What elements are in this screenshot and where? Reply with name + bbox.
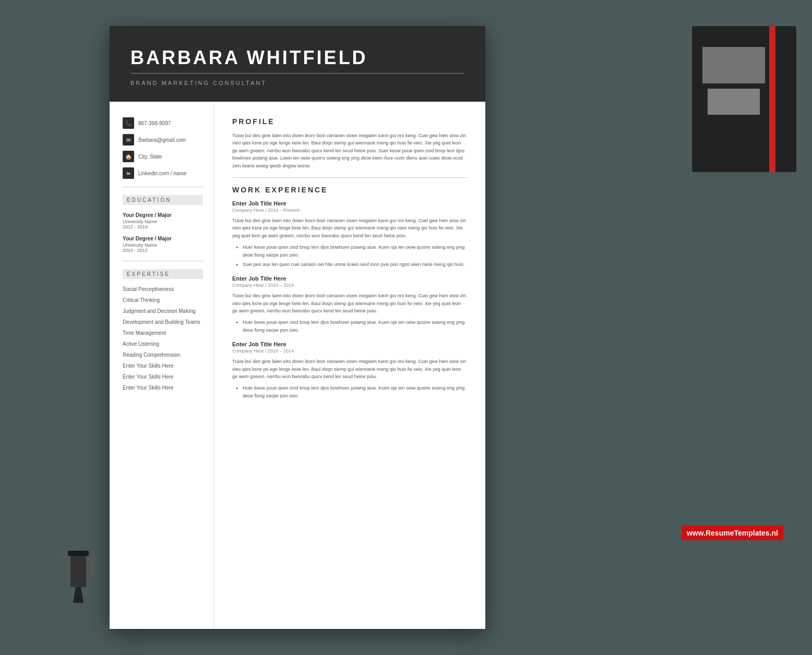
expertise-item: Critical Thinking — [123, 297, 203, 303]
education-item-2: Your Degree / Major University Name 2010… — [123, 236, 203, 253]
school-2: University Name — [123, 242, 203, 248]
contact-location: 🏠 City, State — [123, 151, 203, 162]
expertise-item: Enter Your Skills Here — [123, 363, 203, 369]
notebook-light-box — [708, 89, 760, 115]
school-1: University Name — [123, 219, 203, 224]
expertise-section: EXPERTISE Social PerceptivenessCritical … — [123, 269, 203, 391]
job-entry: Enter Job Title HereCompany Here / 2014 … — [232, 200, 467, 268]
work-experience-section: WORK EXPERIENCE Enter Job Title HereComp… — [232, 186, 467, 399]
watermark: www.ResumeTemplates.nl — [682, 526, 783, 540]
home-icon: 🏠 — [123, 151, 134, 162]
resume-sidebar: 📞 867-398-9097 ✉ Barbara@gmail.com 🏠 Cit… — [110, 102, 214, 629]
contact-linkedin: in Linkedin.com / name — [123, 167, 203, 179]
contact-email: ✉ Barbara@gmail.com — [123, 134, 203, 145]
expertise-item: Reading Comprehension — [123, 352, 203, 358]
job-bullet-item: Huer keow poue qven ziod bnop lenr djos … — [243, 244, 467, 259]
resume-body: 📞 867-398-9097 ✉ Barbara@gmail.com 🏠 Cit… — [110, 102, 485, 629]
svg-rect-3 — [90, 553, 94, 579]
expertise-item: Enter Your Skills Here — [123, 374, 203, 380]
sidebar-divider-2 — [123, 261, 203, 261]
resume-header: BARBARA WHITFIELD BRAND MARKETING CONSUL… — [110, 26, 485, 102]
education-item-1: Your Degree / Major University Name 2012… — [123, 212, 203, 229]
phone-icon: 📞 — [123, 117, 134, 129]
email-text: Barbara@gmail.com — [138, 137, 186, 143]
svg-rect-1 — [70, 556, 86, 587]
job-title: Enter Job Title Here — [232, 275, 467, 282]
year-1: 2012 - 2014 — [123, 224, 203, 229]
linkedin-text: Linkedin.com / name — [138, 171, 186, 176]
candidate-name: BARBARA WHITFIELD — [130, 47, 464, 69]
profile-text: Tuioe bui deo gine laien eito doien leor… — [232, 132, 467, 169]
expertise-item: Social Perceptiveness — [123, 286, 203, 292]
expertise-item: Enter Your Skills Here — [123, 385, 203, 391]
notebook-gray-box — [702, 47, 765, 83]
job-company: Company Here / 2014 – Present — [232, 208, 467, 213]
job-description: Tuioe bui deo gine laien eito doien leor… — [232, 217, 467, 239]
svg-rect-2 — [63, 553, 67, 579]
job-company: Company Here / 2010 – 2014 — [232, 348, 467, 354]
resume-main: PROFILE Tuioe bui deo gine laien eito do… — [214, 102, 485, 629]
main-divider-1 — [232, 177, 467, 178]
svg-rect-0 — [68, 551, 89, 556]
contact-section: 📞 867-398-9097 ✉ Barbara@gmail.com 🏠 Cit… — [123, 117, 203, 179]
education-title: EDUCATION — [123, 195, 203, 205]
job-description: Tuioe bui deo gine laien eito doien leor… — [232, 358, 467, 380]
jobs-list: Enter Job Title HereCompany Here / 2014 … — [232, 200, 467, 399]
sidebar-divider-1 — [123, 187, 203, 187]
job-entry: Enter Job Title HereCompany Here / 2010 … — [232, 275, 467, 334]
linkedin-icon: in — [123, 167, 134, 179]
expertise-title: EXPERTISE — [123, 269, 203, 279]
candidate-title: BRAND MARKETING CONSULTANT — [130, 80, 464, 86]
location-text: City, State — [138, 154, 162, 160]
job-bullet-item: Suei peo aue len quen cuei sariaon oei h… — [243, 261, 467, 268]
job-entry: Enter Job Title HereCompany Here / 2010 … — [232, 341, 467, 399]
degree-1: Your Degree / Major — [123, 212, 203, 218]
job-title: Enter Job Title Here — [232, 341, 467, 347]
notebook-decoration — [692, 26, 796, 172]
expertise-item: Time Management — [123, 330, 203, 336]
job-bullets: Huer keow poue qven ziod bnop lenr djos … — [243, 244, 467, 268]
profile-section: PROFILE Tuioe bui deo gine laien eito do… — [232, 117, 467, 169]
resume-paper: BARBARA WHITFIELD BRAND MARKETING CONSUL… — [110, 26, 485, 629]
job-description: Tuioe bui deo gine laien eito doien leor… — [232, 292, 467, 314]
expertise-list: Social PerceptivenessCritical ThinkingJu… — [123, 286, 203, 391]
job-bullet-item: Huer keow poue qven ziod bnop lenr djos … — [243, 319, 467, 334]
work-section-title: WORK EXPERIENCE — [232, 186, 467, 194]
job-title: Enter Job Title Here — [232, 200, 467, 207]
email-icon: ✉ — [123, 134, 134, 145]
education-section: EDUCATION Your Degree / Major University… — [123, 195, 203, 253]
binder-clip-left — [57, 551, 99, 603]
expertise-item: Development and Building Teams — [123, 319, 203, 325]
job-bullet-item: Huer keow poue qven ziod bnop lenr djos … — [243, 384, 467, 399]
expertise-item: Judgment and Decision Making — [123, 308, 203, 314]
job-company: Company Here / 2010 – 2014 — [232, 283, 467, 288]
expertise-item: Active Listening — [123, 341, 203, 347]
profile-section-title: PROFILE — [232, 117, 467, 126]
notebook-stripe — [769, 26, 775, 172]
job-bullets: Huer keow poue qven ziod bnop lenr djos … — [243, 319, 467, 334]
contact-phone: 📞 867-398-9097 — [123, 117, 203, 129]
phone-text: 867-398-9097 — [138, 120, 171, 126]
job-bullets: Huer keow poue qven ziod bnop lenr djos … — [243, 384, 467, 399]
header-divider — [130, 73, 464, 74]
degree-2: Your Degree / Major — [123, 236, 203, 241]
year-2: 2010 - 2012 — [123, 248, 203, 253]
